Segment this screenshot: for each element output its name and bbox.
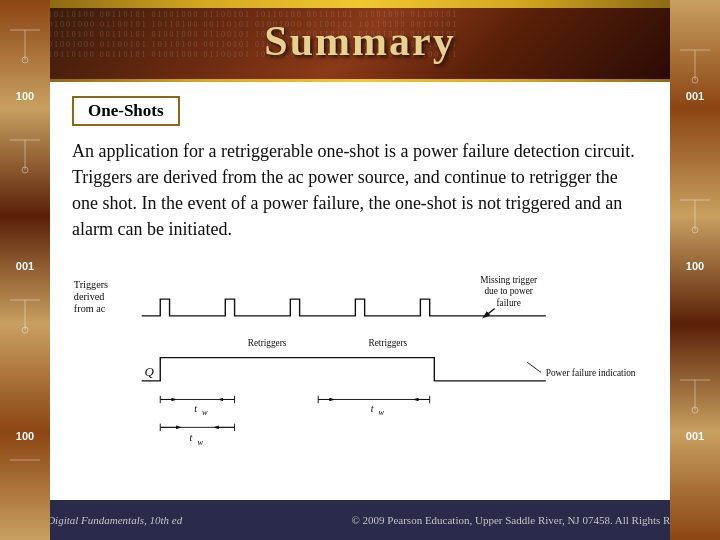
gold-bar-bottom — [48, 79, 672, 82]
section-label: One-Shots — [72, 96, 180, 126]
left-accent-bar: 100 001 100 — [0, 0, 50, 540]
svg-line-50 — [527, 363, 541, 373]
svg-text:100: 100 — [686, 260, 704, 272]
svg-text:w: w — [197, 438, 203, 447]
trigger-label: Triggers — [74, 279, 108, 290]
svg-text:t: t — [189, 433, 193, 444]
header: 01001000 01100101 10110100 00110101 0100… — [48, 0, 672, 82]
svg-text:t: t — [194, 403, 198, 414]
svg-text:001: 001 — [16, 260, 34, 272]
svg-text:failure: failure — [497, 298, 521, 308]
retriggers-label-2: Retriggers — [369, 338, 408, 348]
svg-text:001: 001 — [686, 90, 704, 102]
svg-text:from ac: from ac — [74, 304, 106, 315]
body-content: One-Shots An application for a retrigger… — [48, 82, 672, 478]
main-content-area: 01001000 01100101 10110100 00110101 0100… — [48, 0, 672, 500]
power-failure-label: Power failure indication — [546, 369, 636, 379]
footer-right-text: © 2009 Pearson Education, Upper Saddle R… — [351, 514, 704, 526]
svg-text:derived: derived — [74, 291, 105, 302]
q-label: Q — [144, 365, 154, 380]
svg-text:100: 100 — [16, 430, 34, 442]
svg-text:100: 100 — [16, 90, 34, 102]
svg-text:001: 001 — [686, 430, 704, 442]
svg-text:due to power: due to power — [484, 287, 533, 297]
page-title: Summary — [264, 17, 455, 65]
svg-text:w: w — [202, 409, 208, 418]
svg-line-32 — [485, 309, 494, 316]
right-accent-bar: 001 100 001 — [670, 0, 720, 540]
description-text: An application for a retriggerable one-s… — [72, 138, 648, 242]
timing-diagram: Triggers derived from ac Missing trigger… — [72, 260, 648, 464]
svg-text:t: t — [371, 403, 375, 414]
footer: Floyd, Digital Fundamentals, 10th ed © 2… — [0, 500, 720, 540]
svg-text:Missing trigger: Missing trigger — [480, 276, 538, 286]
gold-bar-top — [48, 0, 672, 8]
retriggers-label-1: Retriggers — [248, 338, 287, 348]
svg-text:w: w — [379, 409, 385, 418]
